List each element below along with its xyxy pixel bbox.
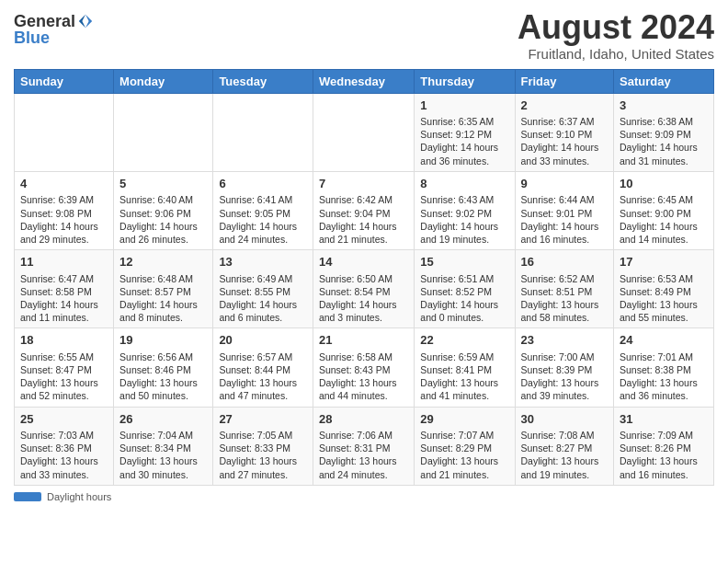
day-info: Sunrise: 7:00 AM: [521, 350, 609, 363]
calendar-cell: [213, 93, 313, 171]
day-info: Sunset: 8:51 PM: [521, 285, 609, 298]
day-number: 2: [521, 98, 609, 114]
calendar-cell: [313, 93, 414, 171]
day-number: 13: [219, 254, 307, 270]
day-info: Sunrise: 7:04 AM: [119, 429, 207, 442]
day-info: Daylight: 14 hours and 21 minutes.: [319, 220, 408, 246]
day-number: 15: [420, 254, 508, 270]
day-number: 1: [420, 98, 508, 114]
day-info: Sunrise: 6:59 AM: [420, 350, 508, 363]
calendar-cell: 7Sunrise: 6:42 AMSunset: 9:04 PMDaylight…: [313, 171, 414, 249]
day-info: Sunset: 8:39 PM: [521, 363, 609, 376]
calendar-week-2: 4Sunrise: 6:39 AMSunset: 9:08 PMDaylight…: [15, 171, 714, 249]
day-info: Sunrise: 7:01 AM: [620, 350, 708, 363]
day-number: 23: [521, 332, 609, 349]
day-info: Sunset: 8:49 PM: [620, 285, 708, 298]
calendar-header-row: SundayMondayTuesdayWednesdayThursdayFrid…: [15, 69, 714, 93]
day-info: Sunrise: 6:47 AM: [20, 272, 108, 285]
day-info: Daylight: 14 hours and 19 minutes.: [420, 220, 508, 246]
day-info: Sunrise: 6:58 AM: [319, 350, 408, 363]
logo-general-text: General: [14, 13, 75, 29]
day-info: Sunrise: 6:56 AM: [119, 350, 207, 363]
day-info: Sunset: 8:47 PM: [20, 363, 108, 376]
day-info: Daylight: 14 hours and 26 minutes.: [119, 220, 207, 246]
day-number: 14: [319, 254, 408, 270]
day-info: Sunrise: 6:42 AM: [319, 193, 408, 206]
calendar-cell: 5Sunrise: 6:40 AMSunset: 9:06 PMDaylight…: [114, 171, 213, 249]
day-info: Daylight: 13 hours and 33 minutes.: [20, 454, 108, 480]
day-info: Daylight: 13 hours and 30 minutes.: [119, 454, 207, 480]
day-info: Daylight: 13 hours and 16 minutes.: [620, 454, 708, 480]
day-info: Daylight: 14 hours and 36 minutes.: [420, 141, 508, 167]
day-info: Sunrise: 7:08 AM: [521, 429, 609, 442]
calendar-cell: 25Sunrise: 7:03 AMSunset: 8:36 PMDayligh…: [15, 407, 114, 485]
daylight-label: Daylight hours: [47, 491, 111, 502]
day-number: 5: [119, 176, 207, 192]
day-info: Sunset: 8:46 PM: [119, 363, 207, 376]
svg-marker-0: [85, 15, 92, 28]
calendar-cell: 23Sunrise: 7:00 AMSunset: 8:39 PMDayligh…: [515, 328, 614, 407]
calendar-cell: 19Sunrise: 6:56 AMSunset: 8:46 PMDayligh…: [114, 328, 213, 407]
day-info: Sunset: 9:12 PM: [420, 128, 508, 141]
calendar-cell: 15Sunrise: 6:51 AMSunset: 8:52 PMDayligh…: [415, 250, 515, 328]
day-info: Daylight: 13 hours and 58 minutes.: [521, 298, 609, 324]
calendar-cell: 9Sunrise: 6:44 AMSunset: 9:01 PMDaylight…: [515, 171, 614, 249]
logo: General Blue: [14, 13, 94, 46]
day-number: 7: [319, 176, 408, 192]
day-info: Sunset: 8:33 PM: [219, 442, 307, 454]
calendar-cell: 22Sunrise: 6:59 AMSunset: 8:41 PMDayligh…: [415, 328, 515, 407]
day-info: Daylight: 14 hours and 8 minutes.: [119, 298, 207, 324]
day-info: Daylight: 13 hours and 55 minutes.: [620, 298, 708, 324]
day-info: Sunset: 8:36 PM: [20, 442, 108, 454]
day-info: Sunset: 9:09 PM: [620, 128, 708, 141]
calendar-cell: 29Sunrise: 7:07 AMSunset: 8:29 PMDayligh…: [415, 407, 515, 485]
calendar-cell: 12Sunrise: 6:48 AMSunset: 8:57 PMDayligh…: [114, 250, 213, 328]
day-info: Sunset: 8:31 PM: [319, 442, 408, 454]
day-info: Daylight: 14 hours and 33 minutes.: [521, 141, 609, 167]
day-info: Sunset: 8:52 PM: [420, 285, 508, 298]
calendar-cell: 30Sunrise: 7:08 AMSunset: 8:27 PMDayligh…: [515, 407, 614, 485]
day-info: Sunset: 8:27 PM: [521, 442, 609, 454]
calendar-cell: 8Sunrise: 6:43 AMSunset: 9:02 PMDaylight…: [415, 171, 515, 249]
day-number: 27: [219, 411, 307, 428]
logo-icon: [77, 13, 94, 29]
day-number: 12: [119, 254, 207, 270]
calendar-cell: 3Sunrise: 6:38 AMSunset: 9:09 PMDaylight…: [614, 93, 714, 171]
day-info: Sunset: 8:34 PM: [119, 442, 207, 454]
calendar-header-saturday: Saturday: [614, 69, 714, 93]
calendar-cell: 21Sunrise: 6:58 AMSunset: 8:43 PMDayligh…: [313, 328, 414, 407]
calendar-week-5: 25Sunrise: 7:03 AMSunset: 8:36 PMDayligh…: [15, 407, 714, 485]
day-number: 31: [620, 411, 708, 428]
day-info: Sunrise: 6:40 AM: [119, 193, 207, 206]
calendar-cell: 18Sunrise: 6:55 AMSunset: 8:47 PMDayligh…: [15, 328, 114, 407]
day-info: Daylight: 14 hours and 0 minutes.: [420, 298, 508, 324]
day-info: Sunset: 8:43 PM: [319, 363, 408, 376]
calendar-cell: 28Sunrise: 7:06 AMSunset: 8:31 PMDayligh…: [313, 407, 414, 485]
day-number: 3: [620, 98, 708, 114]
day-info: Sunset: 8:29 PM: [420, 442, 508, 454]
day-number: 24: [620, 332, 708, 349]
day-info: Sunset: 8:57 PM: [119, 285, 207, 298]
day-number: 21: [319, 332, 408, 349]
day-number: 10: [620, 176, 708, 192]
daylight-bar-icon: [14, 492, 41, 501]
calendar-header-thursday: Thursday: [415, 69, 515, 93]
day-info: Sunset: 8:58 PM: [20, 285, 108, 298]
calendar-header-monday: Monday: [114, 69, 213, 93]
day-info: Sunrise: 6:41 AM: [219, 193, 307, 206]
day-info: Sunrise: 6:52 AM: [521, 272, 609, 285]
day-info: Daylight: 14 hours and 29 minutes.: [20, 220, 108, 246]
calendar-cell: 6Sunrise: 6:41 AMSunset: 9:05 PMDaylight…: [213, 171, 313, 249]
calendar-cell: 10Sunrise: 6:45 AMSunset: 9:00 PMDayligh…: [614, 171, 714, 249]
day-info: Daylight: 13 hours and 41 minutes.: [420, 376, 508, 402]
day-number: 28: [319, 411, 408, 428]
svg-marker-1: [79, 15, 85, 28]
day-info: Sunrise: 6:57 AM: [219, 350, 307, 363]
day-info: Daylight: 14 hours and 11 minutes.: [20, 298, 108, 324]
day-info: Sunrise: 6:39 AM: [20, 193, 108, 206]
day-info: Sunrise: 6:51 AM: [420, 272, 508, 285]
day-number: 17: [620, 254, 708, 270]
day-info: Sunrise: 6:53 AM: [620, 272, 708, 285]
day-info: Daylight: 14 hours and 31 minutes.: [620, 141, 708, 167]
day-info: Sunset: 9:05 PM: [219, 207, 307, 220]
